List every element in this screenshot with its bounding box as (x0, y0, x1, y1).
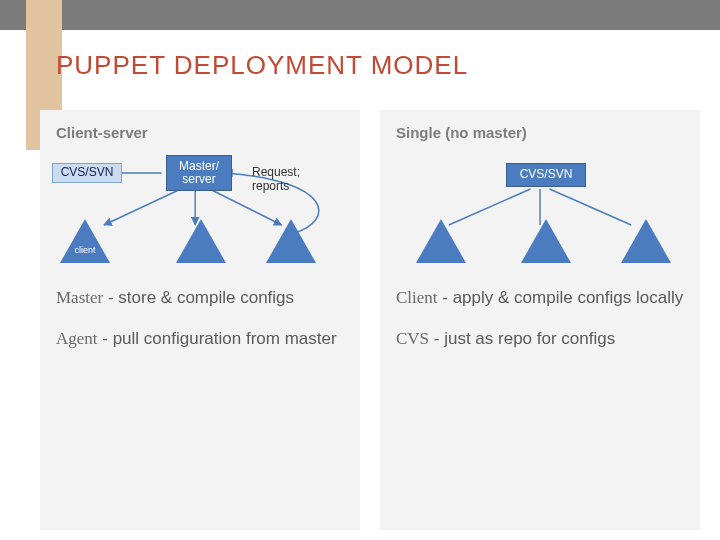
desc-master: Master - store & compile configs (56, 287, 344, 310)
desc-client: Client - apply & compile configs locally (396, 287, 684, 310)
single-triangle-2 (521, 219, 571, 263)
page-title: PUPPET DEPLOYMENT MODEL (56, 50, 468, 81)
single-triangle-1 (416, 219, 466, 263)
col-single: Single (no master) CVS/SVN Client - appl… (380, 110, 700, 530)
term-master: Master (56, 288, 103, 307)
diagram-single: CVS/SVN (396, 149, 684, 269)
diagram-client-server: CVS/SVN Master/ server Request; reports … (56, 149, 344, 269)
master-label: Master/ server (179, 160, 219, 186)
rest-client: - apply & compile configs locally (438, 288, 684, 307)
client-triangle-3 (266, 219, 316, 263)
cvs-box-right: CVS/SVN (506, 163, 586, 187)
rest-master: - store & compile configs (103, 288, 294, 307)
term-agent: Agent (56, 329, 98, 348)
annotation-request-reports: Request; reports (252, 165, 300, 194)
client-triangle-1 (60, 219, 110, 263)
col-title-left: Client-server (56, 124, 344, 141)
cvs-label-left: CVS/SVN (61, 166, 114, 179)
single-triangle-3 (621, 219, 671, 263)
col-client-server: Client-server CVS/SVN Master/ server (40, 110, 360, 530)
cvs-label-right: CVS/SVN (520, 168, 573, 181)
term-cvs: CVS (396, 329, 429, 348)
term-client: Client (396, 288, 438, 307)
columns: Client-server CVS/SVN Master/ server (40, 110, 700, 530)
client-triangle-2 (176, 219, 226, 263)
top-bar (0, 0, 720, 30)
master-box: Master/ server (166, 155, 232, 191)
rest-agent: - pull configuration from master (98, 329, 337, 348)
rest-cvs: - just as repo for configs (429, 329, 615, 348)
desc-agent: Agent - pull configuration from master (56, 328, 344, 351)
client-triangle-1-label: client (60, 245, 110, 255)
cvs-box-left: CVS/SVN (52, 163, 122, 183)
svg-line-1 (104, 189, 181, 225)
col-title-right: Single (no master) (396, 124, 684, 141)
desc-cvs: CVS - just as repo for configs (396, 328, 684, 351)
